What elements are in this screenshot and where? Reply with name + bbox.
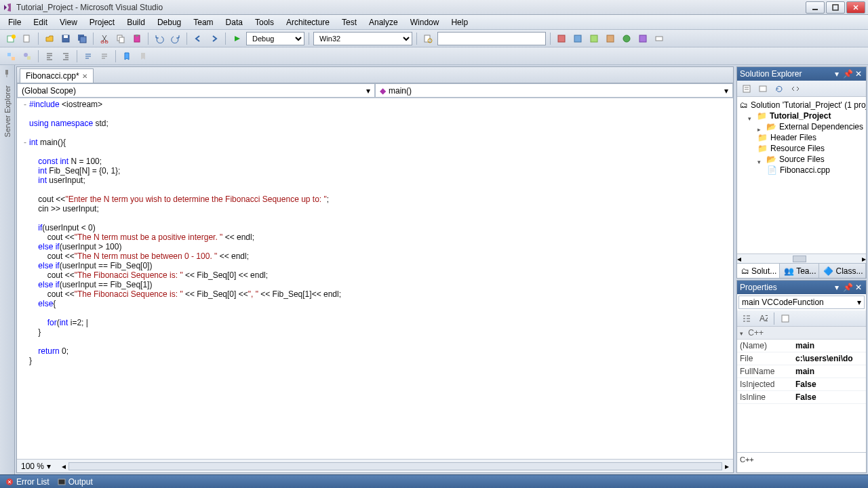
uncomment-icon[interactable]	[98, 49, 111, 63]
indent-icon[interactable]	[59, 49, 73, 63]
menu-data[interactable]: Data	[220, 16, 248, 28]
solution-node[interactable]: 🗂Solution 'Tutorial_Project' (1 proj	[740, 100, 863, 110]
tab-team-explorer[interactable]: 👥Tea...	[780, 264, 819, 278]
panel-close-icon[interactable]: ✕	[854, 69, 863, 79]
menu-view[interactable]: View	[54, 16, 83, 28]
property-row[interactable]: FullNamemain	[737, 365, 866, 378]
folder-header-files[interactable]: 📁Header Files	[740, 132, 863, 143]
platform-select[interactable]: Win32	[313, 32, 412, 45]
tool-icon-5[interactable]	[620, 32, 633, 45]
maximize-button[interactable]	[826, 1, 845, 14]
property-row[interactable]: (Name)main	[737, 340, 866, 352]
project-node[interactable]: 📁Tutorial_Project	[740, 110, 863, 121]
open-icon[interactable]	[43, 32, 56, 45]
menu-analyze[interactable]: Analyze	[363, 16, 403, 28]
left-sidebar-strip: Server Explorer	[0, 65, 15, 474]
pin-icon[interactable]	[3, 69, 12, 79]
menu-edit[interactable]: Edit	[28, 16, 53, 28]
add-item-icon[interactable]	[20, 32, 34, 45]
save-icon[interactable]	[59, 32, 73, 45]
bookmark-prev-icon[interactable]	[136, 49, 150, 63]
menu-debug[interactable]: Debug	[152, 16, 186, 28]
properties-icon[interactable]	[740, 82, 753, 96]
nav-forward-icon[interactable]	[208, 32, 221, 45]
property-row[interactable]: IsInlineFalse	[737, 391, 866, 404]
tool-icon-2[interactable]	[571, 32, 585, 45]
copy-icon[interactable]	[114, 32, 127, 45]
bookmark-icon[interactable]	[120, 49, 134, 63]
alphabetical-icon[interactable]: AZ	[756, 312, 770, 325]
property-category[interactable]: C++	[737, 327, 866, 340]
view-code-icon[interactable]	[789, 82, 802, 96]
property-row[interactable]: IsInjectedFalse	[737, 378, 866, 391]
panel-pin-icon[interactable]: 📌	[843, 283, 852, 292]
find-input[interactable]	[437, 32, 546, 45]
minimize-button[interactable]	[806, 1, 825, 14]
nav-back-icon[interactable]	[191, 32, 205, 45]
zoom-level[interactable]: 100 %	[21, 462, 44, 471]
svg-rect-24	[7, 53, 11, 56]
panel-menu-icon[interactable]: ▾	[832, 69, 842, 79]
config-select[interactable]: Debug	[246, 32, 304, 45]
member-dropdown[interactable]: ◆ main()▾	[375, 83, 733, 98]
folder-source-files[interactable]: 📂Source Files	[740, 154, 863, 165]
menu-project[interactable]: Project	[84, 16, 120, 28]
folder-external-deps[interactable]: 📂External Dependencies	[740, 121, 863, 132]
horizontal-scrollbar[interactable]	[68, 462, 722, 470]
panel-menu-icon[interactable]: ▾	[832, 283, 842, 292]
solution-explorer-toolbar	[737, 81, 866, 97]
menu-team[interactable]: Team	[188, 16, 218, 28]
tool-icon-4[interactable]	[604, 32, 617, 45]
undo-icon[interactable]	[153, 32, 166, 45]
show-all-icon[interactable]	[756, 82, 770, 96]
menu-architecture[interactable]: Architecture	[281, 16, 335, 28]
hscroll-right-icon[interactable]: ▸	[725, 462, 729, 471]
svg-rect-25	[12, 57, 15, 60]
prop-pages-icon[interactable]	[778, 312, 792, 325]
server-explorer-tab[interactable]: Server Explorer	[2, 81, 13, 141]
panel-pin-icon[interactable]: 📌	[843, 69, 852, 79]
svg-rect-4	[24, 35, 29, 42]
paste-icon[interactable]	[130, 32, 144, 45]
class-view-icon[interactable]	[4, 49, 18, 63]
tab-fibonacci[interactable]: Fibonacci.cpp* ✕	[20, 68, 94, 83]
start-debug-icon[interactable]	[230, 32, 243, 45]
tool-icon-7[interactable]	[652, 32, 666, 45]
property-row[interactable]: Filec:\users\eni\do	[737, 352, 866, 365]
tool-icon-1[interactable]	[555, 32, 568, 45]
tool-icon-3[interactable]	[587, 32, 601, 45]
menu-file[interactable]: File	[3, 16, 26, 28]
tab-class-view[interactable]: 🔷Class...	[819, 264, 866, 278]
properties-selector[interactable]: main VCCodeFunction▾	[738, 296, 865, 309]
file-fibonacci[interactable]: 📄Fibonacci.cpp	[740, 165, 863, 176]
menu-build[interactable]: Build	[121, 16, 151, 28]
menu-window[interactable]: Window	[405, 16, 445, 28]
tab-solution-explorer[interactable]: 🗂Solut...	[737, 264, 780, 278]
panel-close-icon[interactable]: ✕	[854, 283, 863, 292]
close-button[interactable]	[846, 1, 865, 14]
menu-help[interactable]: Help	[446, 16, 473, 28]
folder-resource-files[interactable]: 📁Resource Files	[740, 143, 863, 154]
scope-dropdown[interactable]: (Global Scope)▾	[17, 83, 375, 98]
find-in-files-icon[interactable]	[421, 32, 435, 45]
menu-test[interactable]: Test	[336, 16, 362, 28]
object-browser-icon[interactable]	[20, 49, 34, 63]
categorized-icon[interactable]	[740, 312, 753, 325]
status-output[interactable]: Output	[58, 477, 93, 487]
hscroll-left-icon[interactable]: ◂	[62, 462, 66, 471]
tab-close-icon[interactable]: ✕	[82, 73, 87, 80]
refresh-icon[interactable]	[772, 82, 786, 96]
outdent-icon[interactable]	[43, 49, 56, 63]
redo-icon[interactable]	[169, 32, 182, 45]
tree-hscroll[interactable]: ◂▸	[737, 253, 866, 263]
tool-icon-6[interactable]	[636, 32, 650, 45]
save-all-icon[interactable]	[75, 32, 89, 45]
code-editor[interactable]: -#include <iostream> using namespace std…	[17, 98, 733, 459]
status-error-list[interactable]: Error List	[5, 477, 50, 487]
window-title: Tutorial_Project - Microsoft Visual Stud…	[16, 3, 806, 12]
cut-icon[interactable]	[98, 32, 111, 45]
zoom-dropdown-icon[interactable]: ▾	[47, 462, 51, 471]
new-project-icon[interactable]	[4, 32, 18, 45]
menu-tools[interactable]: Tools	[250, 16, 279, 28]
comment-icon[interactable]	[81, 49, 95, 63]
